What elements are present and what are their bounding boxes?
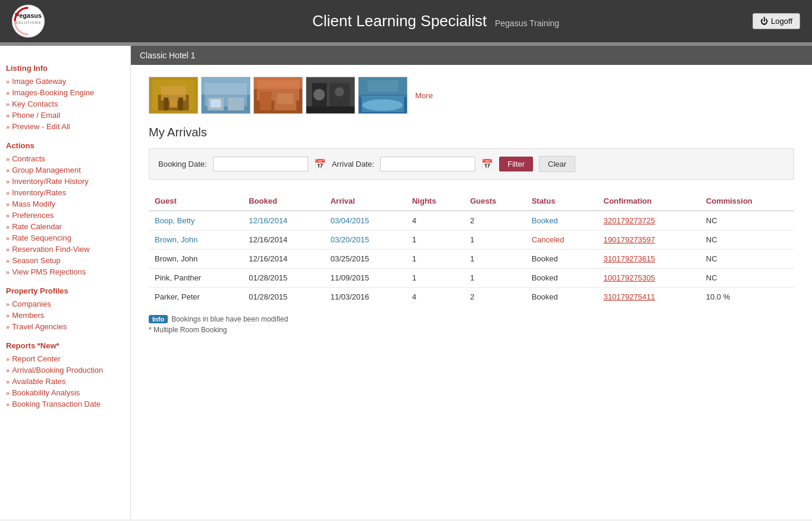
sidebar-item-image-gateway[interactable]: »Image Gateway — [6, 76, 124, 87]
sidebar-item-group-management[interactable]: »Group Management — [6, 164, 124, 176]
sidebar-item-booking-transaction-date[interactable]: »Booking Transaction Date — [6, 398, 124, 410]
commission-cell: NC — [700, 211, 794, 230]
logo: Pegasus SOLUTIONS — [12, 5, 45, 38]
listing-info-items: »Image Gateway»Images-Booking Engine»Key… — [6, 76, 124, 132]
sidebar-item-label: Rate Sequencing — [12, 233, 71, 242]
sidebar-item-label: Available Rates — [12, 377, 65, 386]
table-row: Pink, Panther01/28/201511/09/201511Booke… — [149, 269, 794, 288]
table-row: Brown, John12/16/201403/20/201511Cancele… — [149, 230, 794, 249]
booked-link[interactable]: 12/16/2014 — [249, 216, 287, 225]
app-title: Client Learning Specialist — [312, 12, 487, 30]
sidebar-item-season-setup[interactable]: »Season Setup — [6, 255, 124, 266]
confirmation-link[interactable]: 320179273725 — [604, 216, 656, 225]
filter-button[interactable]: Filter — [499, 157, 533, 171]
guests-cell: 2 — [464, 288, 525, 307]
sidebar-arrow-icon: » — [6, 246, 10, 253]
reports-items: »Report Center»Arrival/Booking Productio… — [6, 353, 124, 410]
sidebar-item-travel-agencies[interactable]: »Travel Agencies — [6, 321, 124, 332]
arrival-date-input[interactable] — [380, 157, 475, 171]
sidebar-item-label: Travel Agencies — [12, 322, 67, 331]
hotel-image-2[interactable] — [201, 77, 250, 114]
images-row: More — [131, 65, 812, 120]
commission-cell: NC — [700, 230, 794, 249]
actions-title: Actions — [6, 141, 124, 150]
sidebar-item-preview-edit-all[interactable]: »Preview - Edit All — [6, 121, 124, 132]
arrival-link[interactable]: 03/20/2015 — [330, 235, 369, 244]
hotel-image-1[interactable] — [149, 77, 198, 114]
sidebar-arrow-icon: » — [6, 201, 10, 208]
more-images-link[interactable]: More — [415, 91, 433, 100]
logoff-button[interactable]: ⏻ Logoff — [753, 13, 800, 29]
sidebar-item-images-booking-engine[interactable]: »Images-Booking Engine — [6, 87, 124, 98]
sidebar-item-label: Arrival/Booking Production — [12, 366, 103, 375]
arrivals-tbody: Boop, Betty12/16/201403/04/201542Booked3… — [149, 211, 794, 306]
sidebar-item-members[interactable]: »Members — [6, 310, 124, 321]
sidebar-item-label: Images-Booking Engine — [12, 88, 94, 97]
hotel-image-3[interactable] — [253, 77, 303, 114]
sidebar-item-arrival-booking-production[interactable]: »Arrival/Booking Production — [6, 364, 124, 376]
col-booked: Booked — [243, 192, 324, 211]
svg-rect-7 — [164, 98, 168, 110]
sidebar-item-mass-modify[interactable]: »Mass Modify — [6, 198, 124, 210]
svg-point-31 — [362, 99, 403, 111]
sidebar-item-companies[interactable]: »Companies — [6, 298, 124, 310]
svg-rect-15 — [211, 99, 221, 108]
arrival-link[interactable]: 03/04/2015 — [330, 216, 369, 225]
sidebar-item-reservation-find-view[interactable]: »Reservation Find-View — [6, 244, 124, 255]
status-link[interactable]: Booked — [532, 216, 558, 225]
guests-cell: 1 — [464, 230, 525, 249]
guest-link[interactable]: Boop, Betty — [155, 216, 195, 225]
sidebar-arrow-icon: » — [6, 78, 10, 85]
sidebar-item-inventory-rates[interactable]: »Inventory/Rates — [6, 187, 124, 198]
booking-date-calendar-icon[interactable]: 📅 — [314, 158, 326, 170]
multiple-room-note: * Multiple Room Booking — [149, 326, 794, 334]
arrival-cell: 03/25/2015 — [324, 249, 406, 269]
sidebar-arrow-icon: » — [6, 401, 10, 408]
sidebar-arrow-icon: » — [6, 367, 10, 374]
sidebar-item-view-pms-rejections[interactable]: »View PMS Rejections — [6, 266, 124, 277]
table-row: Boop, Betty12/16/201403/04/201542Booked3… — [149, 211, 794, 230]
sidebar-arrow-icon: » — [6, 301, 10, 308]
sidebar-arrow-icon: » — [6, 235, 10, 242]
col-status: Status — [526, 192, 598, 211]
sidebar-item-rate-calendar[interactable]: »Rate Calendar — [6, 221, 124, 232]
hotel-image-5[interactable] — [358, 77, 407, 114]
confirmation-link[interactable]: 100179275305 — [604, 273, 656, 282]
sidebar-item-label: Report Center — [12, 354, 61, 363]
booked-cell: 01/28/2015 — [243, 288, 324, 307]
sidebar-item-key-contacts[interactable]: »Key Contacts — [6, 98, 124, 110]
confirmation-link[interactable]: 310179275411 — [604, 292, 656, 301]
commission-cell: NC — [700, 269, 794, 288]
table-header-row: Guest Booked Arrival Nights Guests Statu… — [149, 192, 794, 211]
confirmation-link[interactable]: 190179273597 — [604, 235, 656, 244]
guest-cell: Pink, Panther — [149, 269, 243, 288]
arrival-date-calendar-icon[interactable]: 📅 — [481, 158, 493, 170]
guests-cell: 2 — [464, 211, 525, 230]
sidebar-item-preferences[interactable]: »Preferences — [6, 210, 124, 221]
sidebar-arrow-icon: » — [6, 89, 10, 96]
guests-cell: 1 — [464, 249, 525, 269]
svg-rect-8 — [178, 98, 183, 110]
arrival-date-label: Arrival Date: — [332, 160, 375, 169]
sidebar-arrow-icon: » — [6, 155, 10, 163]
svg-point-26 — [335, 87, 344, 96]
sidebar-item-available-rates[interactable]: »Available Rates — [6, 376, 124, 387]
sidebar-item-bookability-analysis[interactable]: »Bookability Analysis — [6, 387, 124, 398]
sidebar-item-inventory-rate-history[interactable]: »Inventory/Rate History — [6, 176, 124, 187]
sidebar-item-rate-sequencing[interactable]: »Rate Sequencing — [6, 232, 124, 244]
booked-cell: 12/16/2014 — [243, 249, 324, 269]
confirmation-link[interactable]: 310179273615 — [604, 254, 656, 263]
svg-rect-19 — [260, 92, 272, 110]
guest-link[interactable]: Brown, John — [155, 235, 197, 244]
sidebar-item-contracts[interactable]: »Contracts — [6, 153, 124, 164]
status-cell: Booked — [526, 269, 598, 288]
sidebar-arrow-icon: » — [6, 189, 10, 196]
sidebar-item-report-center[interactable]: »Report Center — [6, 353, 124, 364]
clear-button[interactable]: Clear — [539, 156, 575, 172]
booking-date-input[interactable] — [213, 157, 308, 171]
content-area: Classic Hotel 1 — [131, 46, 812, 519]
sidebar-item-phone-email[interactable]: »Phone / Email — [6, 110, 124, 121]
col-arrival: Arrival — [324, 192, 406, 211]
hotel-image-4[interactable] — [306, 77, 355, 114]
svg-rect-21 — [277, 93, 293, 104]
